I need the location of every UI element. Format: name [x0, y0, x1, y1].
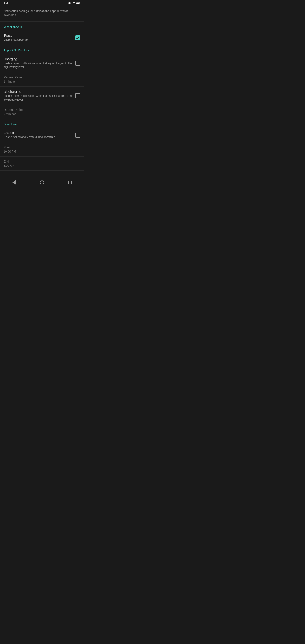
miscellaneous-header: Miscellaneous: [0, 22, 84, 30]
downtime-header: Downtime: [0, 119, 84, 128]
repeat-period-charging-setting: Repeat Period 1 minute: [0, 72, 84, 86]
home-button[interactable]: [38, 178, 46, 187]
status-bar: 1:41: [0, 0, 84, 6]
section-downtime: Downtime Enable Disable sound and vibrat…: [0, 119, 84, 170]
charging-checkbox[interactable]: [75, 60, 80, 66]
status-icons: [68, 2, 80, 4]
battery-icon: [76, 2, 80, 4]
repeat-notifications-header: Repeat Notifications: [0, 45, 84, 54]
content: Notification settings for notifications …: [0, 6, 84, 170]
end-title: End: [4, 160, 80, 163]
repeat-period-discharging-value: 5 minutes: [4, 112, 80, 116]
toast-checkbox[interactable]: [75, 35, 80, 40]
discharging-description: Enable repeat notifications when battery…: [4, 94, 73, 102]
section-repeat-notifications: Repeat Notifications Charging Enable rep…: [0, 45, 84, 119]
back-button[interactable]: [10, 178, 18, 187]
repeat-period-discharging-title: Repeat Period: [4, 108, 80, 112]
section-miscellaneous: Miscellaneous Toast Enable toast pop-up: [0, 22, 84, 45]
end-value: 8:00 AM: [4, 164, 80, 167]
toast-title: Toast: [4, 34, 73, 37]
discharging-checkbox[interactable]: [75, 93, 80, 98]
back-icon: [12, 180, 16, 185]
toast-text: Toast Enable toast pop-up: [4, 34, 75, 42]
svg-rect-2: [80, 3, 80, 4]
svg-rect-1: [76, 2, 79, 4]
home-icon: [40, 180, 44, 184]
recents-icon: [68, 181, 72, 184]
start-value: 10:00 PM: [4, 150, 80, 153]
repeat-period-charging-value: 1 minute: [4, 80, 80, 83]
enable-downtime-description: Disable sound and vibrate during downtim…: [4, 135, 73, 139]
wifi-icon: [68, 2, 71, 4]
start-setting: Start 10:00 PM: [0, 142, 84, 156]
recents-button[interactable]: [66, 178, 74, 187]
charging-setting[interactable]: Charging Enable repeat notifications whe…: [0, 54, 84, 72]
signal-icon: [72, 2, 75, 4]
status-time: 1:41: [4, 1, 10, 5]
discharging-title: Discharging: [4, 90, 73, 94]
discharging-text: Discharging Enable repeat notifications …: [4, 90, 75, 102]
repeat-period-charging-title: Repeat Period: [4, 76, 80, 79]
toast-setting[interactable]: Toast Enable toast pop-up: [0, 30, 84, 45]
discharging-setting[interactable]: Discharging Enable repeat notifications …: [0, 86, 84, 105]
charging-description: Enable repeat notifications when battery…: [4, 62, 73, 69]
enable-downtime-checkbox[interactable]: [75, 132, 80, 138]
end-setting: End 8:00 AM: [0, 156, 84, 170]
charging-text: Charging Enable repeat notifications whe…: [4, 57, 75, 69]
enable-downtime-text: Enable Disable sound and vibrate during …: [4, 131, 75, 139]
nav-bar: [0, 175, 84, 190]
repeat-period-discharging-setting: Repeat Period 5 minutes: [0, 105, 84, 119]
intro-text: Notification settings for notifications …: [0, 6, 84, 22]
enable-downtime-title: Enable: [4, 131, 73, 134]
start-title: Start: [4, 146, 80, 149]
enable-downtime-setting[interactable]: Enable Disable sound and vibrate during …: [0, 128, 84, 142]
charging-title: Charging: [4, 57, 73, 61]
toast-description: Enable toast pop-up: [4, 38, 73, 42]
